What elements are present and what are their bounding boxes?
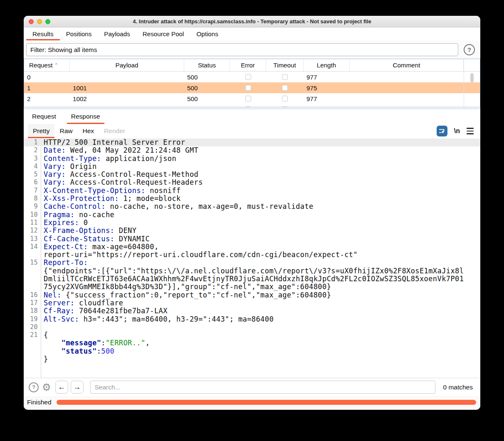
timeout-checkbox[interactable] [282, 74, 288, 80]
timeout-checkbox[interactable] [282, 85, 288, 91]
next-match-button[interactable]: → [71, 381, 84, 394]
menu-icon[interactable] [467, 128, 474, 134]
message-tab-bar: Request Response [24, 109, 480, 124]
intruder-tab-bar: Results Positions Payloads Resource Pool… [24, 27, 480, 40]
tab-results[interactable]: Results [26, 27, 60, 40]
attack-progress-bar [57, 400, 476, 405]
line-number: 7 [24, 187, 41, 195]
cell-status: 500 [184, 104, 230, 107]
timeout-checkbox[interactable] [282, 107, 288, 107]
error-checkbox[interactable] [245, 74, 251, 80]
error-checkbox[interactable] [245, 85, 251, 91]
cell-timeout [266, 104, 304, 107]
filter-bar[interactable]: Filter: Showing all items [26, 43, 458, 56]
table-row[interactable]: 0500977 [24, 72, 480, 82]
tab-request[interactable]: Request [28, 109, 60, 124]
table-vertical-scrollbar[interactable] [470, 73, 474, 82]
line-number: 8 [24, 195, 41, 203]
filter-row: Filter: Showing all items ? [24, 40, 480, 59]
help-icon[interactable]: ? [464, 44, 475, 55]
cell-payload: 1001 [70, 82, 184, 93]
cell-length: 975 [304, 82, 350, 93]
tab-hex[interactable]: Hex [78, 124, 99, 138]
line-content: X-Xss-Protection: 1; mode=block [41, 195, 181, 203]
close-button[interactable] [29, 19, 34, 24]
cell-request: 1 [24, 82, 70, 93]
cell-length: 983 [304, 104, 350, 107]
line-content: Cf-Cache-Status: DYNAMIC [41, 235, 150, 243]
column-header-length[interactable]: Length [304, 59, 350, 71]
response-editor[interactable]: 1HTTP/2 500 Internal Server Error2Date: … [24, 138, 480, 378]
newline-toggle-icon[interactable]: \n [454, 127, 460, 135]
line-number [24, 283, 41, 291]
gear-icon[interactable]: ⚙ [42, 382, 51, 392]
response-line: 7X-Content-Type-Options: nosniff [24, 187, 480, 195]
line-number [24, 355, 41, 363]
column-header-comment[interactable]: Comment [350, 59, 464, 71]
line-content: Server: cloudflare [41, 299, 123, 307]
tab-response[interactable]: Response [67, 109, 104, 124]
response-line: {"endpoints":[{"url":"https:\/\/a.nel.cl… [24, 267, 480, 275]
tab-pretty[interactable]: Pretty [28, 124, 54, 138]
line-content: } [41, 355, 48, 363]
response-line: report-uri="https://report-uri.cloudflar… [24, 251, 480, 259]
column-header-request[interactable]: Request ^ [24, 59, 70, 71]
line-content: DmliilTCcRWcETJT63e6ACAa1WXhhm%2F4wvEtjn… [41, 275, 464, 283]
sort-ascending-icon: ^ [55, 62, 58, 68]
word-wrap-icon[interactable] [437, 126, 447, 136]
cell-error [230, 93, 266, 104]
timeout-checkbox[interactable] [282, 96, 288, 102]
line-content: 75ycy2XVGmMMEIk8bb44g%3D%3D"}],"group":"… [41, 283, 331, 291]
window-title: 4. Intruder attack of https://crapi.sams… [133, 18, 371, 25]
line-number: 10 [24, 211, 41, 219]
line-number: 20 [24, 323, 41, 331]
tab-raw[interactable]: Raw [54, 124, 77, 138]
cell-comment [350, 104, 464, 107]
intruder-attack-window: 4. Intruder attack of https://crapi.sams… [24, 16, 480, 410]
line-content: Report-To: [41, 259, 88, 267]
line-content: Date: Wed, 04 May 2022 21:24:48 GMT [41, 146, 198, 154]
line-number: 2 [24, 146, 41, 154]
tab-options[interactable]: Options [190, 27, 224, 40]
line-content: Pragma: no-cache [41, 211, 114, 219]
line-number [24, 267, 41, 275]
column-header-timeout[interactable]: Timeout [266, 59, 304, 71]
line-number: 4 [24, 163, 41, 171]
line-number [24, 275, 41, 283]
attack-status-label: Finished [27, 399, 52, 406]
tab-positions[interactable]: Positions [60, 27, 98, 40]
table-row[interactable]: 11001500975 [24, 82, 480, 93]
line-content: Nel: {"success_fraction":0,"report_to":"… [41, 291, 331, 299]
minimize-button[interactable] [37, 19, 42, 24]
column-header-payload[interactable]: Payload [70, 59, 184, 71]
previous-match-button[interactable]: ← [55, 381, 68, 394]
response-line: 3Content-Type: application/json [24, 155, 480, 163]
response-line: 1HTTP/2 500 Internal Server Error [24, 139, 480, 146]
table-row[interactable]: 31003500983 [24, 104, 480, 107]
column-header-status[interactable]: Status [184, 59, 230, 71]
cell-request: 2 [24, 93, 70, 104]
line-content: {"endpoints":[{"url":"https:\/\/a.nel.cl… [41, 267, 464, 275]
line-content: report-uri="https://report-uri.cloudflar… [41, 251, 358, 259]
cell-error [230, 104, 266, 107]
cell-timeout [266, 93, 304, 104]
search-input[interactable] [90, 381, 436, 394]
zoom-button[interactable] [45, 19, 50, 24]
column-header-error[interactable]: Error [230, 59, 266, 71]
line-content [41, 323, 44, 331]
search-help-icon[interactable]: ? [29, 382, 39, 392]
line-number [24, 339, 41, 347]
tab-payloads[interactable]: Payloads [98, 27, 136, 40]
error-checkbox[interactable] [245, 107, 251, 107]
line-content: Content-Type: application/json [41, 155, 176, 163]
line-number: 3 [24, 155, 41, 163]
error-checkbox[interactable] [245, 96, 251, 102]
line-content: Vary: Access-Control-Request-Headers [41, 178, 203, 186]
line-number: 14 [24, 243, 41, 251]
line-content: X-Frame-Options: DENY [41, 227, 136, 235]
cell-payload: 1002 [70, 93, 184, 104]
response-line: "message":"ERROR..", [24, 339, 480, 347]
tab-resource-pool[interactable]: Resource Pool [136, 27, 190, 40]
table-row[interactable]: 21002500977 [24, 93, 480, 104]
line-number: 13 [24, 235, 41, 243]
